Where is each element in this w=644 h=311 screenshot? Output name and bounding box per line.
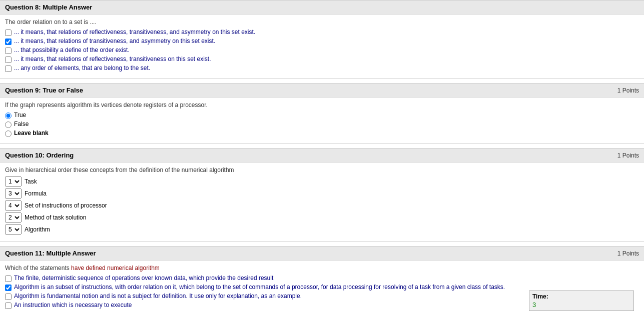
question-8-title: Question 8: Multiple Answer xyxy=(5,4,92,11)
q9-radio-false[interactable] xyxy=(5,122,12,128)
q10-select-5[interactable]: 12345 xyxy=(5,224,22,234)
q8-option-4: ... it means, that relations of reflecti… xyxy=(5,56,639,63)
q11-option-2: Algorithm is an subset of instructions, … xyxy=(5,284,639,291)
q8-checkbox-2[interactable] xyxy=(5,38,12,45)
q9-radio-true[interactable] xyxy=(5,112,12,119)
question-9-title: Question 9: True or False xyxy=(5,86,83,94)
q8-checkbox-3[interactable] xyxy=(5,48,12,54)
q8-option-4-text: ... it means, that relations of reflecti… xyxy=(14,56,211,62)
q8-checkbox-5[interactable] xyxy=(5,66,12,72)
q10-item-1-label: Task xyxy=(25,178,37,185)
q10-select-4[interactable]: 12345 xyxy=(5,212,22,222)
q10-item-4: 12345 Method of task solution xyxy=(5,212,639,222)
question-8-block: Question 8: Multiple Answer The order re… xyxy=(0,0,644,79)
q11-checkbox-3[interactable] xyxy=(5,294,12,300)
q8-option-1-text: ... it means, that relations of reflecti… xyxy=(14,28,255,36)
q11-checkbox-2[interactable] xyxy=(5,284,12,291)
q10-select-3[interactable]: 12345 xyxy=(5,200,22,210)
q11-checkbox-4[interactable] xyxy=(5,302,12,309)
q11-option-2-text: Algorithm is an subset of instructions, … xyxy=(14,284,505,290)
question-11-title: Question 11: Multiple Answer xyxy=(5,250,96,257)
q10-item-4-label: Method of task solution xyxy=(25,214,86,221)
question-9-header: Question 9: True or False 1 Points xyxy=(0,84,644,98)
question-10-body: Give in hierarchical order these concept… xyxy=(0,162,644,242)
q8-option-2: ... it means, that relations of transiti… xyxy=(5,38,639,45)
q10-item-2-label: Formula xyxy=(25,190,47,197)
q9-option-1: True xyxy=(5,112,639,119)
question-8-stem: The order relation on to a set is .... xyxy=(5,18,639,26)
question-9-block: Question 9: True or False 1 Points If th… xyxy=(0,83,644,144)
q9-option-2: False xyxy=(5,120,639,128)
question-8-body: The order relation on to a set is .... .… xyxy=(0,14,644,78)
question-10-points: 1 Points xyxy=(617,152,639,159)
q11-option-1: The finite, deterministic sequence of op… xyxy=(5,274,639,282)
q8-option-1: ... it means, that relations of reflecti… xyxy=(5,28,639,36)
q10-item-2: 12345 Formula xyxy=(5,188,639,198)
q11-checkbox-1[interactable] xyxy=(5,276,12,282)
q10-select-2[interactable]: 12345 xyxy=(5,188,22,198)
q8-checkbox-1[interactable] xyxy=(5,30,12,36)
q9-option-1-text: True xyxy=(14,112,26,118)
q8-checkbox-4[interactable] xyxy=(5,56,12,63)
time-label: Time: xyxy=(532,293,630,300)
question-10-header: Question 10: Ordering 1 Points xyxy=(0,148,644,162)
q10-item-1: 12345 Task xyxy=(5,176,639,186)
q8-option-3-text: ... that possibility a define of the ord… xyxy=(14,46,130,54)
q8-option-5: ... any order of elements, that are belo… xyxy=(5,64,639,72)
time-value: 3 xyxy=(532,301,630,308)
question-8-header: Question 8: Multiple Answer xyxy=(0,0,644,14)
q8-option-3: ... that possibility a define of the ord… xyxy=(5,46,639,54)
question-9-stem: If the graph represents algorithm its ve… xyxy=(5,102,639,108)
q11-option-1-text: The finite, deterministic sequence of op… xyxy=(14,274,273,282)
q10-item-3-label: Set of instructions of processor xyxy=(25,202,107,209)
q9-option-3: Leave blank xyxy=(5,130,639,137)
q8-option-5-text: ... any order of elements, that are belo… xyxy=(14,64,150,72)
question-9-points: 1 Points xyxy=(617,87,639,94)
question-11-header: Question 11: Multiple Answer 1 Points xyxy=(0,246,644,260)
q8-option-2-text: ... it means, that relations of transiti… xyxy=(14,38,215,44)
question-10-title: Question 10: Ordering xyxy=(5,152,74,159)
q10-item-5-label: Algorithm xyxy=(25,226,50,233)
q11-option-3-text: Algorithm is fundamental notion and is n… xyxy=(14,292,302,300)
question-9-body: If the graph represents algorithm its ve… xyxy=(0,98,644,144)
question-10-stem: Give in hierarchical order these concept… xyxy=(5,166,639,174)
q9-option-3-text: Leave blank xyxy=(14,130,49,136)
question-10-block: Question 10: Ordering 1 Points Give in h… xyxy=(0,148,644,242)
q9-radio-blank[interactable] xyxy=(5,130,12,137)
q10-item-5: 12345 Algorithm xyxy=(5,224,639,234)
question-11-points: 1 Points xyxy=(617,250,639,257)
time-box: Time: 3 xyxy=(529,290,634,311)
page-container: Question 8: Multiple Answer The order re… xyxy=(0,0,644,311)
q9-option-2-text: False xyxy=(14,120,29,128)
q10-select-1[interactable]: 12345 xyxy=(5,176,22,186)
q10-item-3: 12345 Set of instructions of processor xyxy=(5,200,639,210)
question-11-stem: Which of the statements have defined num… xyxy=(5,264,639,272)
q11-option-4-text: An instruction which is necessary to exe… xyxy=(14,302,132,308)
